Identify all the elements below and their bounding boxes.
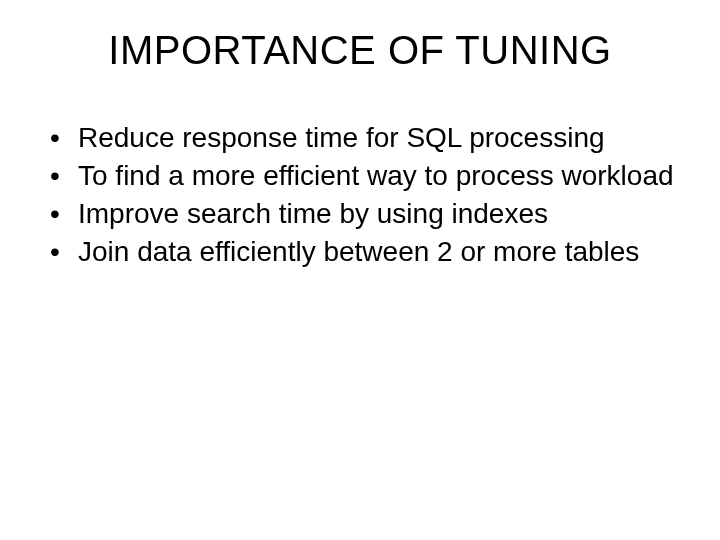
slide-title: IMPORTANCE OF TUNING <box>36 28 684 73</box>
list-item: To find a more efficient way to process … <box>44 159 684 193</box>
list-item: Join data efficiently between 2 or more … <box>44 235 684 269</box>
list-item: Reduce response time for SQL processing <box>44 121 684 155</box>
slide: IMPORTANCE OF TUNING Reduce response tim… <box>0 0 720 540</box>
bullet-list: Reduce response time for SQL processing … <box>36 121 684 270</box>
list-item: Improve search time by using indexes <box>44 197 684 231</box>
